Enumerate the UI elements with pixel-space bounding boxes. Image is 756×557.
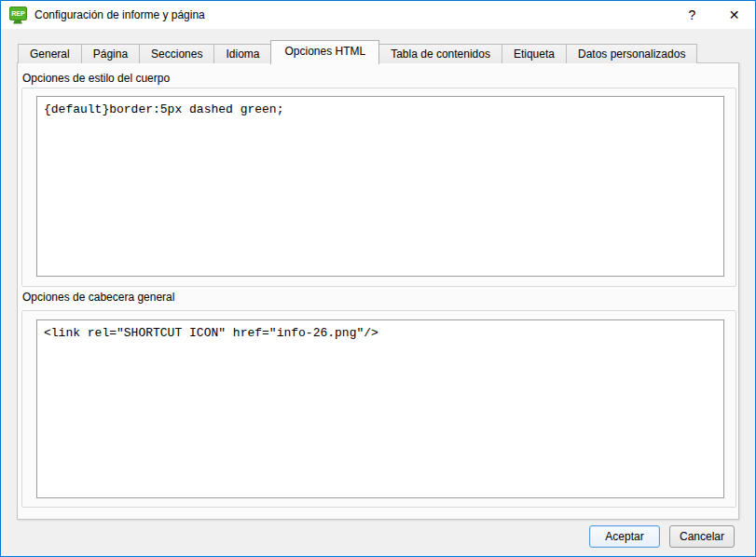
general-header-options-input[interactable]: <link rel="SHORTCUT ICON" href="info-26.… bbox=[36, 319, 724, 498]
cancel-button[interactable]: Cancelar bbox=[669, 525, 735, 548]
body-style-group-label: Opciones de estilo del cuerpo bbox=[22, 72, 170, 85]
titlebar-buttons: ? ✕ bbox=[671, 1, 755, 29]
tab-secciones[interactable]: Secciones bbox=[139, 44, 214, 63]
tab-page-opciones-html: Opciones de estilo del cuerpo {default}b… bbox=[17, 62, 739, 520]
body-style-options-input[interactable]: {default}border:5px dashed green; bbox=[36, 96, 724, 277]
close-button[interactable]: ✕ bbox=[713, 1, 755, 29]
title-bar[interactable]: REP Configuración de informe y página ? … bbox=[1, 1, 755, 29]
tab-strip: General Página Secciones Idioma Opciones… bbox=[18, 40, 696, 63]
tab-tabla-de-contenidos[interactable]: Tabla de contenidos bbox=[378, 44, 502, 63]
tab-datos-personalizados[interactable]: Datos personalizados bbox=[566, 44, 697, 63]
report-page-settings-dialog: REP Configuración de informe y página ? … bbox=[0, 0, 756, 557]
tab-idioma[interactable]: Idioma bbox=[213, 44, 271, 63]
tab-pagina[interactable]: Página bbox=[81, 44, 140, 63]
header-group-label: Opciones de cabecera general bbox=[22, 291, 174, 304]
window-title: Configuración de informe y página bbox=[34, 8, 205, 21]
tab-general[interactable]: General bbox=[18, 44, 82, 63]
report-icon-screen: REP bbox=[9, 7, 27, 20]
report-app-icon: REP bbox=[8, 7, 27, 24]
accept-button[interactable]: Aceptar bbox=[589, 525, 660, 548]
help-button[interactable]: ? bbox=[671, 1, 713, 29]
tab-opciones-html[interactable]: Opciones HTML bbox=[270, 40, 379, 64]
tab-etiqueta[interactable]: Etiqueta bbox=[502, 44, 567, 63]
